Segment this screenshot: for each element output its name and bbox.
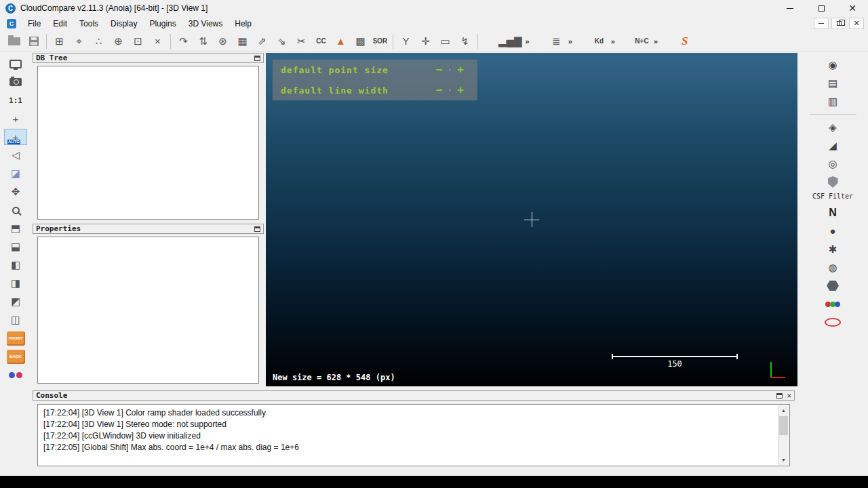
open-button[interactable]	[5, 33, 22, 50]
viewport-canvas[interactable]: default point size − · + default line wi…	[266, 53, 797, 386]
view-iso1-button[interactable]: ◩	[4, 293, 27, 310]
qcanupo-classify-button[interactable]: ▥	[819, 94, 846, 109]
compute-button[interactable]: ↯	[456, 33, 473, 50]
density-button[interactable]: ▦	[234, 33, 251, 50]
menu-display[interactable]: Display	[104, 17, 143, 30]
db-tree-content[interactable]	[37, 66, 259, 220]
auto-label: AUTO	[7, 140, 20, 144]
zoom-1-1-button[interactable]: 1:1	[4, 92, 27, 108]
csf-filter-button[interactable]	[819, 174, 846, 190]
qhough-normals-button[interactable]: N	[819, 205, 846, 220]
view-left-button[interactable]: ◧	[4, 257, 27, 273]
zoom-button[interactable]	[4, 202, 27, 218]
work-area: 1:1 + + AUTO ◁ ◪ ✥ ⬒ ⬓ ◧ ◨ ◩ ◫ FRONT BAC…	[0, 52, 868, 388]
menu-tools[interactable]: Tools	[73, 17, 104, 30]
resize-button[interactable]: ⊡	[130, 33, 146, 50]
menu-3d-views[interactable]: 3D Views	[182, 17, 229, 30]
view-right-button[interactable]: ◨	[4, 275, 27, 291]
normals-down-button[interactable]: ⇘	[273, 33, 290, 50]
minimize-button[interactable]	[774, 0, 806, 16]
object-perspective-button[interactable]: ◪	[4, 165, 27, 182]
view-top-button[interactable]: ⬒	[4, 220, 27, 237]
fork-button[interactable]: Y	[397, 33, 414, 50]
camera-icon	[9, 78, 22, 86]
undock-icon[interactable]	[254, 56, 260, 61]
view-back-button[interactable]: BACK	[4, 348, 27, 365]
qfacets-plugin-button[interactable]: ◈	[819, 119, 846, 135]
screenshot-button[interactable]	[4, 74, 27, 90]
sor-filter-button[interactable]: SOR	[372, 33, 389, 50]
translate-rotate-button[interactable]: ✛	[417, 33, 434, 50]
view-iso2-button[interactable]: ◫	[4, 312, 27, 328]
undock-icon[interactable]	[254, 226, 260, 232]
undock-icon[interactable]	[776, 393, 783, 399]
sra-plugin-button[interactable]: S	[676, 33, 693, 50]
scroll-thumb[interactable]	[779, 416, 788, 435]
pick-point-button[interactable]: ⇅	[195, 33, 212, 50]
maximize-button[interactable]	[806, 0, 837, 16]
qellipser-plugin-button[interactable]	[819, 314, 846, 330]
menu-help[interactable]: Help	[229, 17, 258, 30]
qransac-plugin-button[interactable]: ◉	[819, 57, 846, 73]
checker-button[interactable]: ▩	[352, 33, 369, 50]
global-zoom-button[interactable]: +	[4, 110, 27, 127]
qhpr-plugin-button[interactable]	[819, 278, 846, 293]
delete-button[interactable]: ×	[149, 33, 166, 50]
merge-button[interactable]: ⊕	[110, 33, 127, 50]
console-scrollbar[interactable]: ▲ ▼	[778, 405, 789, 465]
pan-button[interactable]: ✥	[4, 184, 27, 200]
previous-view-button[interactable]: ◁	[4, 147, 27, 163]
console-close-icon[interactable]: ✕	[787, 392, 791, 399]
subsample-button[interactable]: ∴	[90, 33, 107, 50]
point-list-picking-button[interactable]: ⊛	[214, 33, 231, 50]
stereo-mode-button[interactable]	[4, 367, 27, 383]
qpcl-plugin-button[interactable]: ●	[819, 223, 846, 239]
auto-pick-center-button[interactable]: + AUTO	[4, 129, 27, 145]
db-tree-header: DB Tree	[33, 53, 264, 63]
kd-tree-button[interactable]: Kd	[591, 33, 608, 50]
qcolorimetric-plugin-button[interactable]	[819, 296, 846, 312]
toolbar-overflow-chevron[interactable]: »	[568, 37, 572, 45]
cc-button[interactable]: CC	[313, 33, 330, 50]
align-button[interactable]: ⌖	[71, 33, 87, 50]
line-width-decrease-button[interactable]: −	[431, 85, 448, 96]
mdi-minimize-button[interactable]	[814, 18, 829, 29]
dot-separator: ·	[448, 87, 452, 94]
qm3c2-plugin-button[interactable]: ✱	[819, 241, 846, 257]
normals-up-button[interactable]: ⇗	[254, 33, 271, 50]
mdi-restore-button[interactable]	[831, 18, 846, 29]
fullscreen-button[interactable]	[4, 56, 27, 72]
scroll-up-icon[interactable]: ▲	[778, 405, 789, 415]
scroll-down-icon[interactable]: ▼	[778, 455, 789, 465]
qpcv-plugin-button[interactable]: ◍	[819, 260, 846, 275]
mdi-close-button[interactable]: ✕	[849, 18, 864, 29]
point-size-decrease-button[interactable]: −	[431, 64, 448, 75]
menu-plugins[interactable]: Plugins	[143, 17, 182, 30]
close-button[interactable]: ✕	[837, 0, 868, 16]
primitives-button[interactable]: ▲	[332, 33, 349, 50]
qbroom-plugin-button[interactable]: ◢	[819, 138, 846, 153]
properties-content[interactable]	[37, 237, 259, 384]
segment-button[interactable]: ✂	[293, 33, 310, 50]
point-size-increase-button[interactable]: +	[452, 64, 469, 75]
window-title: CloudCompare v2.11.3 (Anoia) [64-bit] - …	[20, 3, 208, 13]
histogram-button[interactable]: ▂▅▇	[498, 33, 522, 50]
menu-edit[interactable]: Edit	[47, 17, 73, 30]
toolbar-overflow-chevron[interactable]: »	[611, 37, 615, 45]
qcompass-plugin-button[interactable]: ◎	[819, 156, 846, 171]
menu-file[interactable]: File	[22, 17, 47, 30]
cross-section-button[interactable]: ▭	[437, 33, 454, 50]
filters-button[interactable]: ≣	[548, 33, 565, 50]
toolbar-overflow-chevron[interactable]: »	[654, 37, 658, 45]
scale-bar-value: 150	[612, 359, 738, 369]
save-button[interactable]	[25, 33, 42, 50]
toolbar-overflow-chevron[interactable]: »	[526, 37, 530, 45]
view-bottom-button[interactable]: ⬓	[4, 239, 27, 255]
console-log[interactable]: [17:22:04] [3D View 1] Color ramp shader…	[37, 404, 790, 466]
qcanupo-train-button[interactable]: ▤	[819, 75, 846, 91]
clone-button[interactable]: ⊞	[51, 33, 68, 50]
view-front-button[interactable]: FRONT	[4, 330, 27, 346]
interactive-rotate-button[interactable]: ↷	[175, 33, 192, 50]
line-width-increase-button[interactable]: +	[452, 85, 469, 96]
normals-color-button[interactable]: N+C	[633, 33, 650, 50]
